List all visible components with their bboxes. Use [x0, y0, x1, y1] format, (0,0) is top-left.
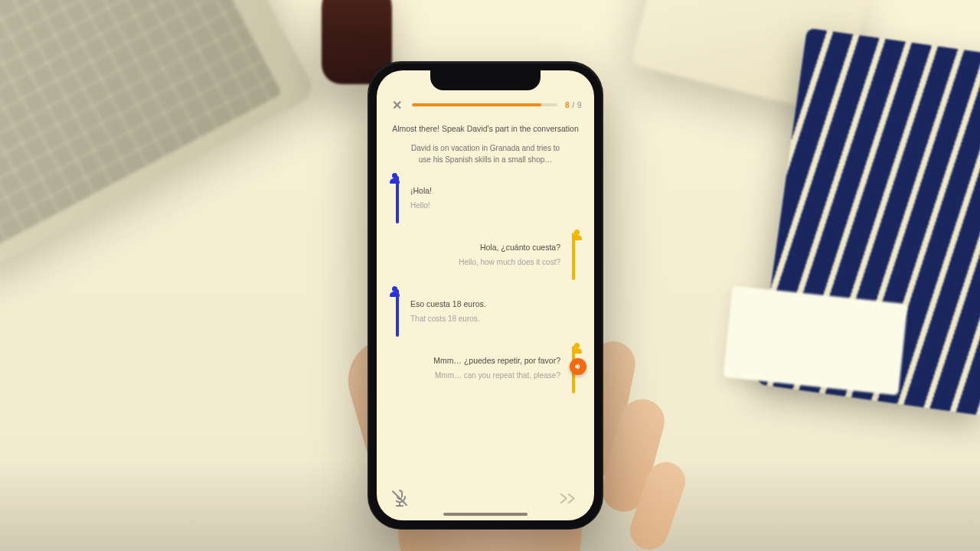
message-native: Hola, ¿cuánto cuesta? [407, 243, 560, 252]
message-native: ¡Hola! [410, 186, 550, 195]
double-chevron-right-icon [559, 492, 580, 505]
laptop-prop [0, 0, 317, 281]
close-icon: ✕ [392, 98, 402, 112]
close-button[interactable]: ✕ [389, 97, 404, 112]
lesson-topbar: ✕ 8 / 9 [389, 96, 582, 113]
lesson-instruction: Almost there! Speak David's part in the … [389, 124, 582, 133]
message-row: Hola, ¿cuánto cuesta? Hello, how much do… [389, 233, 582, 276]
progress-bar-fill [412, 103, 541, 106]
progress-bar [412, 103, 557, 106]
progress-counter: 8 / 9 [565, 101, 582, 109]
progress-total: 9 [577, 101, 582, 109]
message-native: Eso cuesta 18 euros. [410, 299, 550, 308]
phone-notch [430, 70, 541, 90]
message-native: Mmm… ¿puedes repetir, por favor? [407, 356, 560, 365]
progress-separator: / [570, 101, 577, 109]
message-gutter [389, 176, 403, 219]
message-translation: Hello! [410, 201, 550, 210]
play-audio-button[interactable] [570, 358, 586, 375]
message-bubble[interactable]: ¡Hola! Hello! [409, 176, 551, 219]
message-translation: That costs 18 euros. [410, 315, 550, 323]
desk-scene: ✕ 8 / 9 Almost there! Speak David's part… [0, 0, 980, 551]
message-translation: Mmm… can you repeat that, please? [407, 371, 560, 380]
speaker-bar [572, 233, 575, 280]
home-indicator[interactable] [443, 513, 528, 516]
mic-off-icon [390, 489, 409, 507]
lesson-app: ✕ 8 / 9 Almost there! Speak David's part… [377, 70, 594, 520]
lesson-context: David is on vacation in Granada and trie… [405, 142, 566, 165]
message-gutter [389, 289, 403, 332]
conversation-thread: ¡Hola! Hello! Hola, ¿cuánto cuesta? Hell… [389, 176, 582, 389]
message-bubble[interactable]: Hola, ¿cuánto cuesta? Hello, how much do… [406, 233, 562, 276]
message-bubble[interactable]: Eso cuesta 18 euros. That costs 18 euros… [409, 289, 551, 332]
next-button[interactable] [559, 491, 580, 506]
mic-toggle-button[interactable] [390, 489, 409, 507]
speaker-bar [396, 176, 399, 223]
message-row: Mmm… ¿puedes repetir, por favor? Mmm… ca… [389, 346, 582, 389]
phone-screen: ✕ 8 / 9 Almost there! Speak David's part… [377, 70, 594, 520]
message-gutter [568, 233, 582, 276]
message-row: Eso cuesta 18 euros. That costs 18 euros… [389, 289, 582, 332]
message-bubble[interactable]: Mmm… ¿puedes repetir, por favor? Mmm… ca… [406, 346, 562, 389]
speaker-icon [573, 362, 583, 371]
speaker-bar [396, 289, 399, 337]
message-translation: Hello, how much does it cost? [407, 258, 560, 266]
message-row: ¡Hola! Hello! [389, 176, 582, 219]
phone-frame: ✕ 8 / 9 Almost there! Speak David's part… [368, 61, 603, 530]
notepad-prop [723, 285, 907, 395]
